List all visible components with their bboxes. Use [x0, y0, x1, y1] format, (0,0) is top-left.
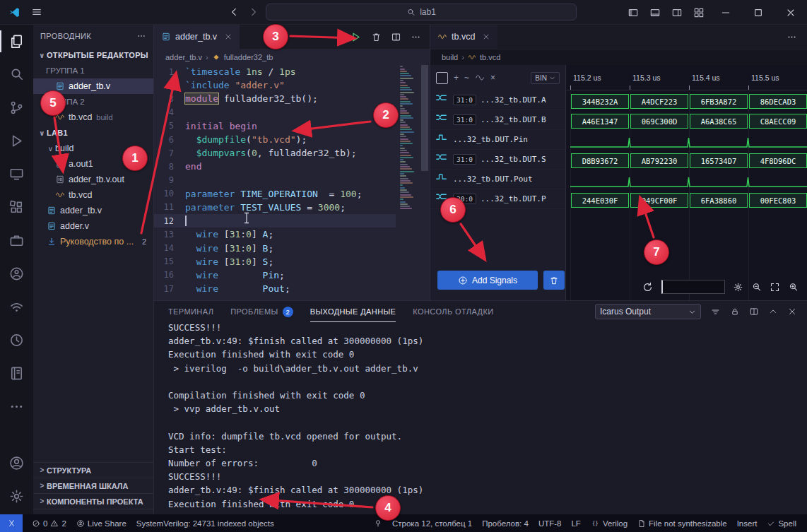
breadcrumb-file[interactable]: tb.vcd — [480, 53, 500, 61]
code-line-16[interactable]: 16 wire Pin; — [154, 268, 396, 282]
code-line-7[interactable]: 7 $dumpvars(0, fulladder32_tb); — [154, 146, 396, 160]
code-line-2[interactable]: 2`include "adder.v" — [154, 78, 396, 92]
code-line-15[interactable]: 15 wire [31:0] S; — [154, 255, 396, 268]
code-line-12[interactable]: 12 — [154, 214, 396, 227]
split-panel-icon[interactable] — [749, 307, 759, 317]
code-lines[interactable]: 1`timescale 1ns / 1ps2`include "adder.v"… — [154, 65, 396, 300]
code-line-11[interactable]: 11parameter TEST_VALUES = 3000; — [154, 201, 396, 214]
add-signals-button[interactable]: Add Signals — [437, 271, 538, 290]
tab-tb-vcd[interactable]: tb.vcd — [430, 25, 497, 49]
gear-icon[interactable] — [733, 282, 743, 292]
extensions-icon[interactable] — [0, 191, 33, 224]
signal-item[interactable]: 31:0...32_tb.DUT.S — [430, 150, 565, 170]
indentation-status[interactable]: Пробелов: 4 — [477, 519, 534, 528]
code-line-6[interactable]: 6 $dumpfile("tb.vcd"); — [154, 133, 396, 146]
search-icon[interactable] — [0, 58, 33, 91]
menu-icon[interactable] — [31, 6, 42, 18]
tree-item[interactable]: adder.v — [33, 218, 153, 234]
lock-icon[interactable] — [730, 307, 740, 317]
sidebar-section-КОМПОНЕНТЫ ПРОЕКТА[interactable]: >КОМПОНЕНТЫ ПРОЕКТА — [33, 493, 153, 509]
language-status[interactable]: {} Verilog — [586, 519, 632, 528]
sidebar-section-СТРУКТУРА[interactable]: >СТРУКТУРА — [33, 462, 153, 478]
remote-explorer-icon[interactable] — [0, 158, 33, 191]
breadcrumb[interactable]: build › tb.vcd — [430, 49, 807, 65]
project-manager-icon[interactable] — [0, 224, 33, 257]
tree-item[interactable]: tb.vcd — [33, 187, 153, 203]
radix-select[interactable]: BIN — [531, 72, 560, 84]
wave-row[interactable] — [566, 171, 807, 191]
breadcrumb[interactable]: adder_tb.v › fulladder32_tb — [154, 49, 430, 65]
split-editor-icon[interactable] — [391, 32, 401, 42]
nav-forward-icon[interactable] — [247, 6, 259, 18]
eol-status[interactable]: LF — [566, 519, 585, 528]
close-tab-icon[interactable] — [224, 32, 232, 41]
add-marker-icon[interactable]: + — [454, 73, 459, 83]
clear-icon[interactable]: × — [490, 73, 495, 83]
layout-customize-icon[interactable] — [688, 0, 709, 25]
panel-tab[interactable]: ТЕРМИНАЛ — [168, 301, 213, 322]
run-button-icon[interactable] — [350, 31, 362, 43]
remove-signals-button[interactable] — [543, 271, 565, 290]
wave-row[interactable]: A46E1347069C300DA6A38C65C8AECC09 — [566, 112, 807, 131]
fit-screen-icon[interactable] — [770, 282, 780, 292]
maximize-icon[interactable] — [742, 0, 774, 25]
wave-row[interactable]: D8B93672AB792230165734D74F8D96DC — [566, 151, 807, 171]
editor-more-icon[interactable] — [787, 25, 807, 49]
tree-item[interactable]: ∨ОТКРЫТЫЕ РЕДАКТОРЫ — [33, 47, 153, 63]
refresh-icon[interactable] — [642, 281, 654, 293]
settings-icon[interactable] — [0, 480, 33, 513]
chevron-up-icon[interactable] — [768, 307, 778, 317]
terminal-output[interactable]: SUCCESS!!!adder_tb.v:49: $finish called … — [168, 321, 800, 514]
tree-item[interactable]: Руководство по ...2 — [33, 234, 153, 249]
panel-tab[interactable]: ПРОБЛЕМЫ2 — [230, 301, 293, 322]
wave-search-input[interactable] — [661, 280, 725, 294]
editor-scrollbar[interactable] — [421, 65, 428, 300]
code-line-13[interactable]: 13 wire [31:0] A; — [154, 227, 396, 241]
code-line-10[interactable]: 10parameter TIME_OPERATION = 100; — [154, 187, 396, 201]
input-mode-status[interactable]: Insert — [732, 519, 762, 528]
code-line-5[interactable]: 5initial begin — [154, 119, 396, 133]
close-tab-icon[interactable] — [482, 32, 490, 41]
wave-row[interactable]: 344B232AA4DCF2236FB3A87286DECAD3 — [566, 92, 807, 112]
code-line-14[interactable]: 14 wire [31:0] B; — [154, 241, 396, 254]
close-panel-icon[interactable] — [787, 307, 797, 317]
tree-item[interactable]: adder_tb.v — [33, 203, 153, 218]
spell-status[interactable]: Spell — [762, 519, 801, 528]
wave-linear-icon[interactable]: ~ — [464, 73, 469, 83]
nav-back-icon[interactable] — [229, 6, 240, 18]
systemverilog-status[interactable]: SystemVerilog: 24731 indexed objects — [131, 519, 279, 528]
breadcrumb-folder[interactable]: build — [442, 53, 458, 61]
layout-panel-icon[interactable] — [644, 0, 666, 25]
live-share-status[interactable]: Live Share — [71, 519, 131, 528]
remote-icon[interactable] — [0, 514, 23, 532]
layout-sidebar-right-icon[interactable] — [666, 0, 688, 25]
wave-sine-icon[interactable] — [475, 73, 485, 83]
minimap[interactable] — [399, 65, 417, 295]
trash-icon[interactable] — [371, 32, 382, 42]
breadcrumb-file[interactable]: adder_tb.v — [165, 53, 202, 61]
editor-more-icon[interactable] — [411, 32, 421, 42]
live-server-icon[interactable] — [0, 290, 33, 324]
problems-status[interactable]: 0 2 — [27, 519, 71, 528]
wave-row[interactable] — [566, 131, 807, 151]
synthesis-status[interactable]: File not synthesizable — [632, 519, 732, 528]
code-line-9[interactable]: 9 — [154, 174, 396, 187]
code-line-8[interactable]: 8end — [154, 160, 396, 173]
filter-icon[interactable] — [710, 307, 721, 317]
close-icon[interactable] — [774, 0, 807, 25]
notebook-icon[interactable] — [0, 357, 33, 390]
encoding-status[interactable]: UTF-8 — [534, 519, 567, 528]
signal-item[interactable]: 31:0...32_tb.DUT.B — [430, 110, 565, 130]
panel-tab[interactable]: КОНСОЛЬ ОТЛАДКИ — [413, 301, 493, 322]
source-control-icon[interactable] — [0, 91, 33, 124]
timeline-icon[interactable] — [0, 324, 33, 357]
cursor-position-status[interactable]: Строка 12, столбец 1 — [387, 519, 477, 528]
command-center-search[interactable]: lab1 — [266, 4, 577, 20]
signal-item[interactable]: ...32_tb.DUT.Pout — [430, 170, 565, 189]
explorer-icon[interactable] — [0, 25, 33, 58]
breadcrumb-symbol[interactable]: fulladder32_tb — [224, 53, 273, 61]
wave-row[interactable]: 244E030F049CF00F6FA3886000FEC803 — [566, 191, 807, 211]
selection-box-icon[interactable] — [436, 72, 448, 84]
run-debug-icon[interactable] — [0, 124, 33, 158]
minimize-icon[interactable] — [709, 0, 742, 25]
